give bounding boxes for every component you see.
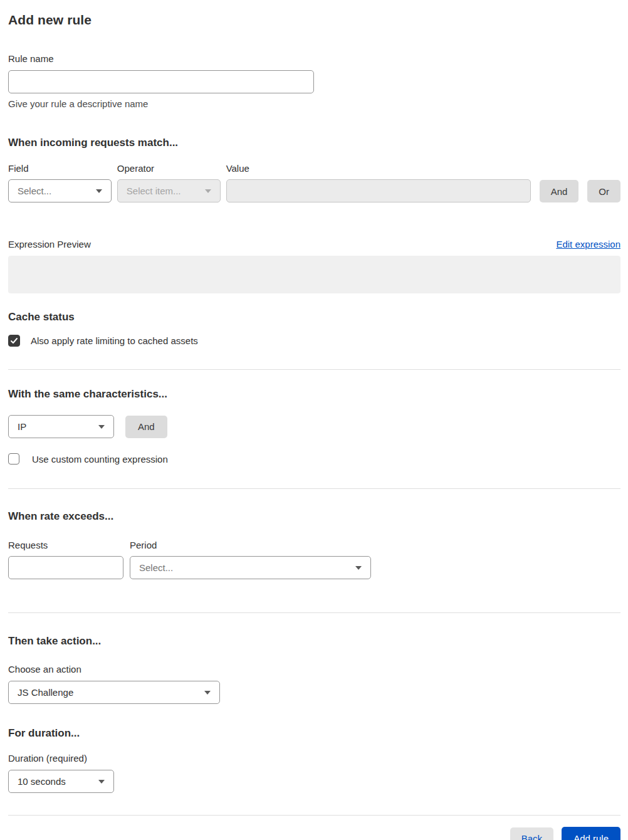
requests-label: Requests [8,540,123,550]
period-select[interactable]: Select... [130,556,371,579]
section-divider [8,488,620,489]
value-input [226,179,531,202]
back-button[interactable]: Back [510,827,553,840]
cache-status-heading: Cache status [8,311,620,323]
operator-select: Select item... [117,179,221,202]
duration-heading: For duration... [8,727,620,740]
operator-select-value: Select item... [127,186,181,196]
section-divider [8,612,620,613]
edit-expression-link[interactable]: Edit expression [556,239,620,249]
custom-counting-checkbox-label: Use custom counting expression [32,454,168,465]
match-section-heading: When incoming requests match... [8,137,620,149]
operator-label: Operator [117,163,221,174]
checkmark-icon [10,337,18,345]
chevron-down-icon [355,566,362,570]
characteristic-select[interactable]: IP [8,415,114,438]
expression-preview-label: Expression Preview [8,239,91,249]
chevron-down-icon [96,189,102,193]
characteristic-select-value: IP [18,421,26,432]
chevron-down-icon [205,189,211,193]
action-heading: Then take action... [8,635,620,648]
action-label: Choose an action [8,664,620,675]
chevron-down-icon [98,425,105,429]
field-select-value: Select... [18,186,51,196]
duration-select-value: 10 seconds [18,776,66,787]
chevron-down-icon [204,691,211,695]
footer-divider [8,815,620,816]
cached-assets-checkbox[interactable] [8,335,20,347]
action-select-value: JS Challenge [18,687,73,698]
custom-counting-checkbox[interactable] [8,453,19,465]
rule-name-input[interactable] [8,70,314,93]
expression-preview-box [8,256,620,293]
rate-heading: When rate exceeds... [8,510,620,523]
characteristics-heading: With the same characteristics... [8,388,620,401]
period-label: Period [130,540,371,550]
period-select-value: Select... [139,562,173,573]
add-rule-form: Add new rule Rule name Give your rule a … [0,0,628,840]
duration-select[interactable]: 10 seconds [8,770,114,793]
cached-assets-checkbox-label: Also apply rate limiting to cached asset… [31,335,198,346]
characteristics-and-button[interactable]: And [125,416,167,438]
action-select[interactable]: JS Challenge [8,681,220,704]
rule-name-helper: Give your rule a descriptive name [8,98,620,109]
rule-name-label: Rule name [8,53,620,64]
or-button[interactable]: Or [587,180,620,202]
field-label: Field [8,163,112,174]
page-title: Add new rule [8,13,620,28]
section-divider [8,369,620,370]
duration-label: Duration (required) [8,753,620,764]
chevron-down-icon [98,780,105,784]
value-label: Value [226,163,531,174]
requests-input[interactable] [8,556,123,579]
add-rule-button[interactable]: Add rule [562,827,620,840]
and-button[interactable]: And [540,180,579,202]
field-select[interactable]: Select... [8,179,112,202]
